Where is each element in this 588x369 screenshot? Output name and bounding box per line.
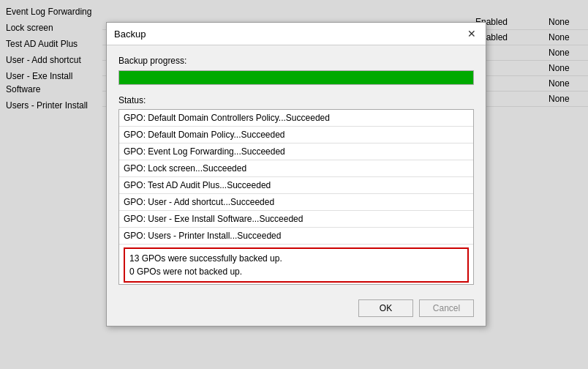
progress-bar-container	[118, 70, 474, 85]
ok-button[interactable]: OK	[358, 299, 413, 317]
dialog-body: Backup progress: Status: GPO: Default Do…	[107, 45, 486, 294]
status-summary-box: 13 GPOs were successfully backed up. 0 G…	[124, 247, 469, 283]
backup-dialog: Backup ✕ Backup progress: Status: GPO: D…	[106, 22, 486, 327]
dialog-titlebar: Backup ✕	[107, 23, 486, 45]
status-item-1: GPO: Default Domain Policy...Succeeded	[119, 127, 473, 144]
progress-label: Backup progress:	[118, 56, 474, 66]
status-item-3: GPO: Lock screen...Succeeded	[119, 160, 473, 177]
dialog-title: Backup	[114, 29, 146, 40]
cancel-button[interactable]: Cancel	[419, 299, 474, 317]
status-item-0: GPO: Default Domain Controllers Policy..…	[119, 110, 473, 127]
status-list[interactable]: GPO: Default Domain Controllers Policy..…	[119, 110, 473, 284]
summary-line-1: 13 GPOs were successfully backed up.	[129, 252, 463, 265]
dialog-footer: OK Cancel	[107, 294, 486, 326]
summary-line-2: 0 GPOs were not backed up.	[129, 265, 463, 278]
status-list-container: GPO: Default Domain Controllers Policy..…	[118, 109, 474, 285]
status-item-2: GPO: Event Log Forwarding...Succeeded	[119, 144, 473, 160]
status-item-7: GPO: Users - Printer Install...Succeeded	[119, 228, 473, 245]
progress-bar-fill	[119, 71, 473, 84]
status-label: Status:	[118, 95, 474, 105]
status-item-6: GPO: User - Exe Install Software...Succe…	[119, 211, 473, 228]
status-item-4: GPO: Test AD Audit Plus...Succeeded	[119, 177, 473, 194]
status-item-5: GPO: User - Add shortcut...Succeeded	[119, 194, 473, 211]
close-button[interactable]: ✕	[465, 27, 478, 40]
